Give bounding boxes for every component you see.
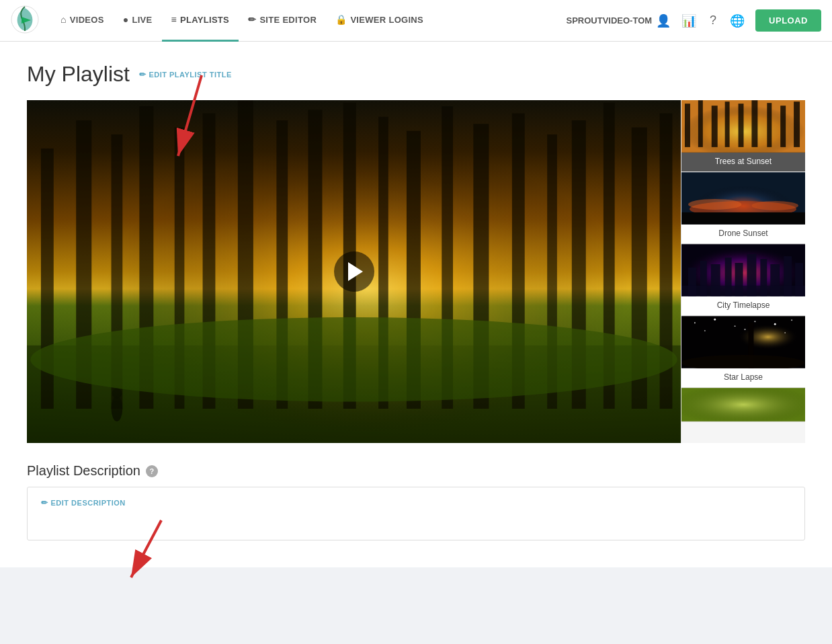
svg-point-27 [112,389,122,399]
svg-rect-72 [681,388,805,421]
playlists-icon: ≡ [171,14,177,25]
lock-icon: 🔒 [335,14,347,25]
description-section: Playlist Description ? ✏ EDIT DESCRIPTIO… [27,463,805,540]
live-icon: ● [123,14,129,25]
logo[interactable] [11,5,51,36]
playlist-item-label: Star Lapse [681,368,805,387]
play-button[interactable] [334,251,374,292]
main-content: My Playlist ✏ EDIT PLAYLIST TITLE [0,42,832,567]
user-avatar-icon: 👤 [656,13,671,28]
pencil-small-icon: ✏ [139,70,147,79]
video-player[interactable] [27,100,681,443]
nav-viewer-logins[interactable]: 🔒 Viewer Logins [326,0,433,42]
help-icon[interactable]: ? [707,11,719,30]
svg-rect-36 [767,103,772,147]
play-icon [348,262,363,281]
nav-links: ⌂ Videos ● Live ≡ Playlists ✏ Site Edito… [51,0,566,42]
video-section: Trees at Sunset [27,100,805,443]
pencil-icon: ✏ [248,14,256,25]
playlist-title-row: My Playlist ✏ EDIT PLAYLIST TITLE [27,62,805,87]
svg-rect-57 [681,286,805,296]
svg-rect-31 [698,100,703,147]
pencil-description-icon: ✏ [41,498,48,508]
analytics-icon[interactable]: 📊 [679,11,699,31]
playlist-title: My Playlist [27,62,130,87]
svg-rect-38 [794,102,800,147]
svg-rect-35 [751,100,757,147]
playlist-item[interactable]: Trees at Sunset [681,100,805,172]
playlist-item-label: City Timelapse [681,296,805,315]
svg-point-25 [30,317,677,402]
playlist-sidebar: Trees at Sunset [681,100,805,443]
description-title-row: Playlist Description ? [27,463,805,479]
navbar: ⌂ Videos ● Live ≡ Playlists ✏ Site Edito… [0,0,832,42]
playlist-item-label: Trees at Sunset [681,153,805,171]
svg-point-43 [751,201,798,210]
nav-videos[interactable]: ⌂ Videos [51,0,114,42]
playlist-item[interactable]: Drone Sunset [681,172,805,244]
edit-description-button[interactable]: ✏ EDIT DESCRIPTION [41,498,791,508]
svg-rect-30 [685,104,690,147]
svg-point-26 [112,396,123,421]
svg-rect-32 [712,106,718,147]
playlist-item[interactable]: City Timelapse [681,244,805,316]
description-box: ✏ EDIT DESCRIPTION [27,487,805,540]
playlist-item[interactable]: Star Lapse [681,316,805,388]
nav-right: SPROUTVIDEO-TOM 👤 📊 ? 🌐 UPLOAD [566,9,821,32]
upload-button[interactable]: UPLOAD [755,9,821,32]
home-icon: ⌂ [60,14,67,25]
user-menu[interactable]: SPROUTVIDEO-TOM 👤 [566,13,671,28]
playlist-item-label: Drone Sunset [681,225,805,243]
description-help-icon[interactable]: ? [146,465,158,477]
svg-point-42 [688,199,742,210]
svg-rect-44 [681,212,805,225]
nav-playlists[interactable]: ≡ Playlists [162,0,239,42]
nav-site-editor[interactable]: ✏ Site Editor [239,0,326,42]
svg-rect-37 [780,106,786,147]
edit-playlist-title-button[interactable]: ✏ EDIT PLAYLIST TITLE [139,70,232,79]
globe-icon[interactable]: 🌐 [727,11,747,31]
description-heading: Playlist Description [27,463,140,479]
nav-live[interactable]: ● Live [114,0,162,42]
svg-rect-34 [739,104,744,147]
svg-rect-33 [725,102,730,147]
playlist-item[interactable] [681,388,805,422]
